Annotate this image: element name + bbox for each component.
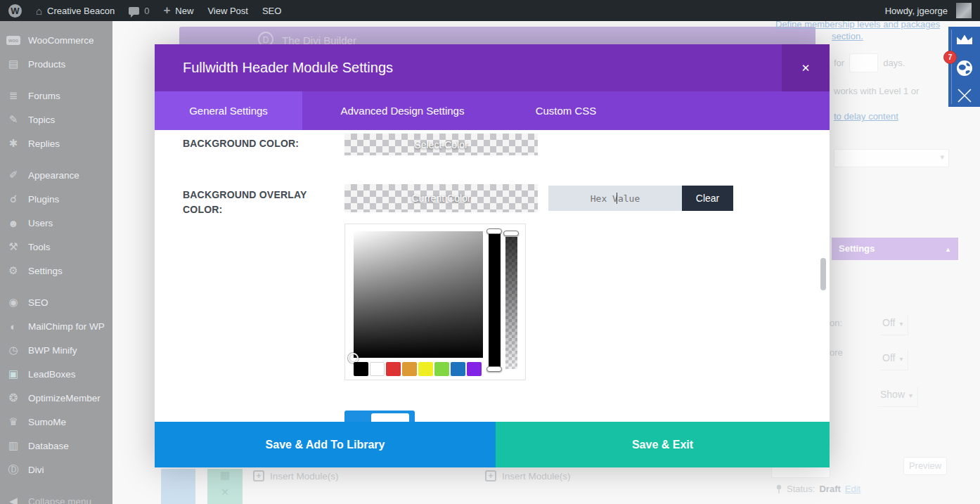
howdy-account-menu[interactable]: Howdy, jgeorge: [885, 6, 948, 16]
tab-general-settings[interactable]: General Settings: [155, 91, 302, 130]
clear-button[interactable]: Clear: [682, 186, 733, 211]
palette-swatch-white[interactable]: [370, 362, 385, 376]
site-menu[interactable]: ⌂ Creative Beacon: [36, 5, 115, 17]
background-overlay-color-label: BACKGROUND OVERLAY COLOR:: [183, 188, 334, 217]
home-icon: ⌂: [36, 5, 42, 17]
view-post-menu[interactable]: View Post: [207, 6, 248, 16]
admin-bar-right: Howdy, jgeorge: [885, 3, 972, 18]
color-picker: [344, 224, 526, 380]
current-color-swatch[interactable]: Current Color: [344, 184, 538, 212]
text-caret: [617, 193, 617, 204]
saturation-gradient-square[interactable]: [354, 231, 483, 358]
seo-menu[interactable]: SEO: [262, 6, 281, 16]
comments-menu[interactable]: 0: [129, 6, 149, 16]
modal-scrollbar-thumb[interactable]: [820, 258, 826, 290]
hue-slider-handle-bottom[interactable]: [486, 366, 502, 372]
modal-header: Fullwidth Header Module Settings ✕: [155, 44, 830, 91]
tab-custom-css[interactable]: Custom CSS: [503, 91, 629, 130]
wp-logo-menu[interactable]: W: [8, 4, 22, 18]
palette-swatch-yellow[interactable]: [418, 362, 433, 376]
new-label: New: [175, 6, 193, 16]
palette-swatch-black[interactable]: [354, 362, 368, 376]
hex-value-field: [548, 186, 682, 211]
palette-swatch-red[interactable]: [386, 362, 401, 376]
module-settings-modal: Fullwidth Header Module Settings ✕ Gener…: [155, 44, 830, 467]
hue-slider-handle-top[interactable]: [486, 228, 502, 234]
admin-bar-left: W ⌂ Creative Beacon 0 + New View Post SE…: [8, 4, 281, 18]
toggle-switch-partial[interactable]: [344, 411, 415, 422]
palette-swatch-blue[interactable]: [451, 362, 465, 376]
comments-count: 0: [144, 6, 149, 16]
admin-bar: W ⌂ Creative Beacon 0 + New View Post SE…: [0, 0, 980, 21]
notification-badge: 7: [943, 51, 957, 64]
palette-swatch-purple[interactable]: [467, 362, 482, 376]
close-panel-icon[interactable]: [948, 87, 980, 107]
close-icon: ✕: [801, 62, 811, 74]
site-name: Creative Beacon: [47, 6, 115, 16]
palette-swatch-green[interactable]: [434, 362, 449, 376]
select-color-label: Select Color: [414, 139, 468, 150]
select-color-swatch[interactable]: Select Color: [344, 134, 538, 155]
toggle-knob: [371, 413, 409, 422]
modal-tab-bar: General Settings Advanced Design Setting…: [155, 91, 830, 130]
color-palette: [354, 362, 482, 376]
wordpress-logo-icon: W: [8, 4, 22, 18]
current-color-label: Current Color: [411, 193, 470, 204]
modal-title: Fullwidth Header Module Settings: [155, 44, 830, 91]
hex-value-input[interactable]: [548, 186, 682, 211]
crown-icon[interactable]: [948, 34, 980, 49]
background-color-label: BACKGROUND COLOR:: [183, 136, 334, 151]
modal-body: BACKGROUND COLOR: Select Color BACKGROUN…: [155, 130, 830, 422]
avatar[interactable]: [956, 3, 972, 18]
tab-advanced-design-settings[interactable]: Advanced Design Settings: [302, 91, 503, 130]
save-and-exit-button[interactable]: Save & Exit: [496, 422, 830, 467]
comments-bubble-icon: [129, 7, 139, 15]
transparency-slider-handle[interactable]: [503, 231, 519, 236]
palette-swatch-orange[interactable]: [402, 362, 417, 376]
plus-icon: +: [163, 4, 170, 18]
new-content-menu[interactable]: + New: [163, 4, 193, 18]
close-button[interactable]: ✕: [782, 44, 830, 91]
transparency-slider[interactable]: [505, 237, 517, 369]
save-add-to-library-button[interactable]: Save & Add To Library: [155, 422, 496, 467]
screen: woo WooCommerce ▤ Products ≣ Forums ✎ To…: [0, 0, 980, 504]
sumome-panel: 7: [948, 27, 980, 107]
hue-slider[interactable]: [489, 231, 501, 369]
modal-footer: Save & Add To Library Save & Exit: [155, 422, 830, 467]
